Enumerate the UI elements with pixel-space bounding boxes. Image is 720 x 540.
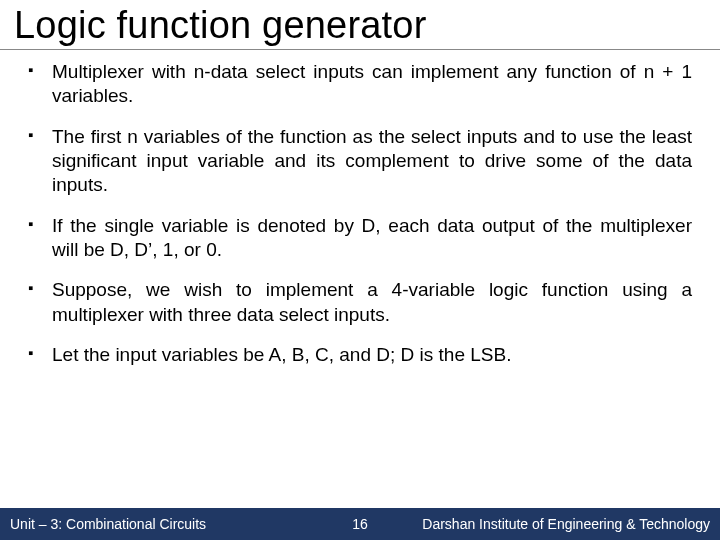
bullet-item: Multiplexer with n-data select inputs ca… [28,60,692,109]
bullet-list: Multiplexer with n-data select inputs ca… [28,60,692,367]
footer-institute: Darshan Institute of Engineering & Techn… [422,516,720,532]
slide-body: Multiplexer with n-data select inputs ca… [0,50,720,540]
bullet-item: Suppose, we wish to implement a 4-variab… [28,278,692,327]
bullet-item: Let the input variables be A, B, C, and … [28,343,692,367]
slide: Logic function generator Multiplexer wit… [0,0,720,540]
bullet-item: The first n variables of the function as… [28,125,692,198]
footer-page-number: 16 [352,516,368,532]
slide-title: Logic function generator [0,0,720,50]
footer-bar: Unit – 3: Combinational Circuits 16 Dars… [0,508,720,540]
footer-unit: Unit – 3: Combinational Circuits [0,516,206,532]
bullet-item: If the single variable is denoted by D, … [28,214,692,263]
